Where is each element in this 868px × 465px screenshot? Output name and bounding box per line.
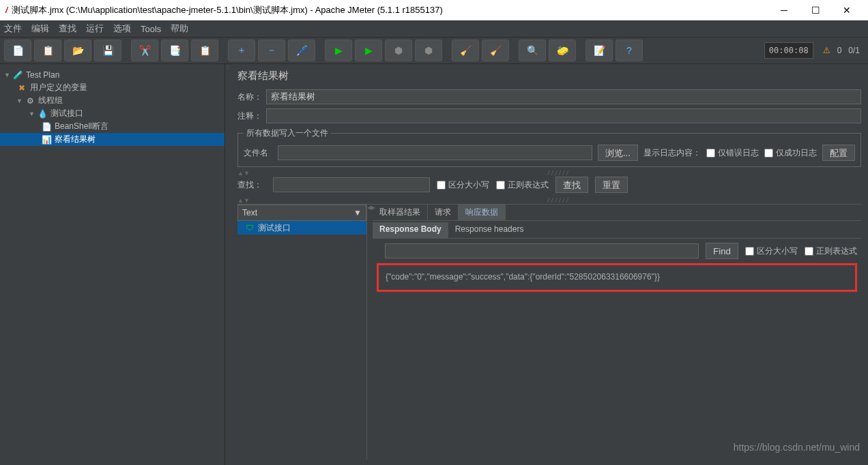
tree-beanshell[interactable]: 📄BeanShell断言	[0, 120, 225, 133]
titlebar: / 测试脚本.jmx (C:\Mu\application\test\apach…	[0, 0, 868, 20]
search-button[interactable]: 查找	[555, 177, 588, 193]
err-only-checkbox[interactable]: 仅错误日志	[706, 147, 759, 159]
comment-label: 注释：	[237, 110, 266, 122]
open-button[interactable]: 📂	[64, 40, 91, 61]
menubar: 文件 编辑 查找 运行 选项 Tools 帮助	[0, 20, 868, 37]
clear-all-button[interactable]: 🧹	[482, 40, 509, 61]
minimize-button[interactable]: ─	[768, 0, 800, 20]
start-no-timers-button[interactable]: ▶	[355, 40, 382, 61]
vertical-splitter[interactable]: ⋮	[225, 64, 231, 465]
response-subtabs: Response Body Response headers	[373, 222, 861, 239]
find-input[interactable]	[385, 243, 699, 258]
menu-file[interactable]: 文件	[4, 22, 22, 35]
new-button[interactable]: 📄	[4, 40, 31, 61]
remove-button[interactable]: －	[258, 40, 285, 61]
toolbar: 📄 📋 📂 💾 ✂️ 📑 📋 ＋ － 🖊️ ▶ ▶ ⬢ ⬢ 🧹 🧹 🔍 🧽 📝 …	[0, 37, 868, 64]
warn-count: 0	[837, 46, 842, 55]
pane-splitter[interactable]: ◀▶	[367, 205, 373, 460]
result-tabs: 取样器结果 请求 响应数据	[373, 205, 861, 221]
menu-run[interactable]: 运行	[86, 22, 104, 35]
search-input[interactable]	[273, 177, 430, 192]
menu-edit[interactable]: 编辑	[31, 22, 49, 35]
find-regex-checkbox[interactable]: 正则表达式	[805, 245, 857, 257]
reset-search-button[interactable]: 🧽	[549, 40, 576, 61]
test-tree[interactable]: ▼🧪Test Plan ✖用户定义的变量 ▼⚙线程组 ▼💧测试接口 📄BeanS…	[0, 64, 225, 465]
wand-button[interactable]: 🖊️	[288, 40, 315, 61]
file-input[interactable]	[278, 145, 592, 160]
sample-item[interactable]: 🛡 测试接口	[237, 221, 366, 235]
stop-button[interactable]: ⬢	[385, 40, 412, 61]
close-button[interactable]: ✕	[831, 0, 863, 20]
tree-test-api[interactable]: ▼💧测试接口	[0, 107, 225, 120]
clear-button[interactable]: 🧹	[452, 40, 479, 61]
start-button[interactable]: ▶	[325, 40, 352, 61]
menu-search[interactable]: 查找	[59, 22, 76, 35]
maximize-button[interactable]: ☐	[800, 0, 831, 20]
config-button[interactable]: 配置	[822, 145, 855, 161]
ok-only-checkbox[interactable]: 仅成功日志	[764, 147, 817, 159]
menu-tools[interactable]: Tools	[141, 24, 161, 34]
timer: 00:00:08	[764, 42, 813, 59]
search-label: 查找：	[237, 179, 266, 191]
tree-user-vars[interactable]: ✖用户定义的变量	[0, 81, 225, 94]
window-title: 测试脚本.jmx (C:\Mu\application\test\apache-…	[12, 4, 768, 16]
drag-bar-1[interactable]: ▲▼//////	[237, 170, 861, 177]
drag-bar-2[interactable]: ▲▼//////	[237, 197, 861, 204]
renderer-dropdown[interactable]: Text▼	[237, 205, 366, 221]
editor-title: 察看结果树	[237, 70, 861, 82]
subtab-body[interactable]: Response Body	[373, 222, 448, 238]
help-button[interactable]: ?	[616, 40, 643, 61]
add-button[interactable]: ＋	[228, 40, 255, 61]
cut-button[interactable]: ✂️	[131, 40, 158, 61]
editor: 察看结果树 名称： 注释： 所有数据写入一个文件 文件名 浏览... 显示日志内…	[231, 64, 868, 465]
templates-button[interactable]: 📋	[34, 40, 61, 61]
subtab-headers[interactable]: Response headers	[448, 222, 531, 238]
response-body[interactable]: {"code":"0","message":"success","data":{…	[377, 263, 857, 292]
jmeter-icon: /	[5, 5, 8, 15]
success-icon: 🛡	[246, 223, 254, 232]
shutdown-button[interactable]: ⬢	[415, 40, 442, 61]
regex-checkbox[interactable]: 正则表达式	[496, 179, 549, 191]
menu-help[interactable]: 帮助	[171, 22, 188, 35]
response-text: {"code":"0","message":"success","data":{…	[386, 272, 660, 282]
save-button[interactable]: 💾	[94, 40, 121, 61]
find-case-checkbox[interactable]: 区分大小写	[745, 245, 798, 257]
name-label: 名称：	[237, 91, 266, 103]
right-pane: 取样器结果 请求 响应数据 Response Body Response hea…	[373, 205, 861, 460]
reset-button[interactable]: 重置	[595, 177, 628, 193]
tree-results-tree[interactable]: 📊察看结果树	[0, 133, 225, 146]
watermark: https://blog.csdn.net/mu_wind	[734, 442, 860, 453]
case-checkbox[interactable]: 区分大小写	[437, 179, 489, 191]
paste-button[interactable]: 📋	[191, 40, 218, 61]
copy-button[interactable]: 📑	[161, 40, 188, 61]
chevron-down-icon: ▼	[353, 208, 362, 217]
tab-response[interactable]: 响应数据	[459, 205, 506, 220]
find-button[interactable]: Find	[706, 243, 738, 259]
search-button[interactable]: 🔍	[519, 40, 546, 61]
tab-sampler[interactable]: 取样器结果	[373, 205, 428, 220]
file-legend: 所有数据写入一个文件	[244, 127, 331, 139]
tree-test-plan[interactable]: ▼🧪Test Plan	[0, 68, 225, 81]
function-button[interactable]: 📝	[585, 40, 613, 61]
name-input[interactable]	[266, 89, 861, 104]
file-fieldset: 所有数据写入一个文件 文件名 浏览... 显示日志内容： 仅错误日志 仅成功日志…	[237, 127, 861, 167]
comment-input[interactable]	[266, 108, 861, 123]
tab-request[interactable]: 请求	[428, 205, 459, 220]
counters: ⚠ 0 0/1	[823, 46, 860, 55]
menu-options[interactable]: 选项	[113, 22, 131, 35]
main: ▼🧪Test Plan ✖用户定义的变量 ▼⚙线程组 ▼💧测试接口 📄BeanS…	[0, 64, 868, 465]
browse-button[interactable]: 浏览...	[598, 145, 638, 161]
thread-count: 0/1	[848, 46, 860, 55]
show-log-label: 显示日志内容：	[643, 147, 701, 159]
tree-thread-group[interactable]: ▼⚙线程组	[0, 94, 225, 107]
sample-list[interactable]: 🛡 测试接口	[237, 221, 366, 460]
left-pane: Text▼ 🛡 测试接口	[237, 205, 367, 460]
warn-icon: ⚠	[823, 46, 830, 55]
file-label: 文件名	[244, 147, 272, 159]
